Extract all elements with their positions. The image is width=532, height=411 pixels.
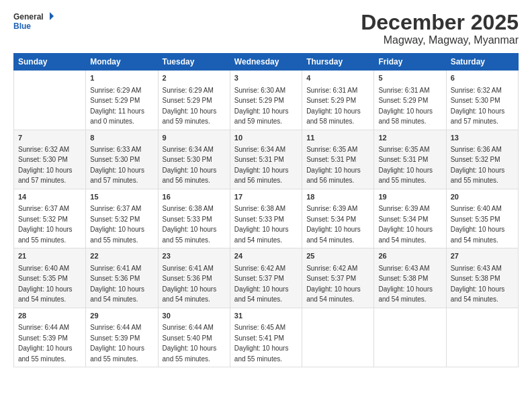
page: General Blue December 2025 Magway, Magwa… bbox=[0, 0, 532, 411]
calendar-cell: 9 Sunrise: 6:34 AMSunset: 5:30 PMDayligh… bbox=[158, 130, 230, 189]
calendar-cell: 17 Sunrise: 6:38 AMSunset: 5:33 PMDaylig… bbox=[230, 189, 302, 248]
main-title: December 2025 bbox=[361, 11, 519, 34]
calendar-cell: 10 Sunrise: 6:34 AMSunset: 5:31 PMDaylig… bbox=[230, 130, 302, 189]
day-info: Sunrise: 6:43 AMSunset: 5:38 PMDaylight:… bbox=[378, 265, 433, 304]
calendar-cell: 29 Sunrise: 6:44 AMSunset: 5:39 PMDaylig… bbox=[86, 308, 158, 367]
week-row-2: 7 Sunrise: 6:32 AMSunset: 5:30 PMDayligh… bbox=[14, 130, 519, 189]
calendar-cell: 26 Sunrise: 6:43 AMSunset: 5:38 PMDaylig… bbox=[374, 248, 446, 308]
day-info: Sunrise: 6:45 AMSunset: 5:41 PMDaylight:… bbox=[234, 324, 289, 363]
header-day-monday: Monday bbox=[86, 54, 158, 71]
day-number: 16 bbox=[163, 192, 226, 202]
calendar-cell: 31 Sunrise: 6:45 AMSunset: 5:41 PMDaylig… bbox=[230, 308, 302, 367]
header-day-tuesday: Tuesday bbox=[158, 54, 230, 71]
day-info: Sunrise: 6:32 AMSunset: 5:30 PMDaylight:… bbox=[18, 146, 73, 185]
week-row-4: 21 Sunrise: 6:40 AMSunset: 5:35 PMDaylig… bbox=[14, 248, 519, 308]
day-number: 17 bbox=[234, 192, 298, 202]
day-number: 27 bbox=[451, 251, 514, 261]
day-info: Sunrise: 6:34 AMSunset: 5:30 PMDaylight:… bbox=[163, 146, 217, 185]
day-number: 13 bbox=[451, 133, 514, 143]
day-info: Sunrise: 6:37 AMSunset: 5:32 PMDaylight:… bbox=[18, 205, 73, 244]
calendar-cell bbox=[14, 71, 86, 130]
logo: General Blue bbox=[13, 11, 54, 32]
day-number: 9 bbox=[163, 133, 226, 143]
logo-svg: General Blue bbox=[13, 11, 54, 32]
calendar-cell: 8 Sunrise: 6:33 AMSunset: 5:30 PMDayligh… bbox=[86, 130, 158, 189]
day-number: 14 bbox=[18, 192, 81, 202]
day-info: Sunrise: 6:44 AMSunset: 5:40 PMDaylight:… bbox=[163, 324, 217, 363]
calendar-cell: 24 Sunrise: 6:42 AMSunset: 5:37 PMDaylig… bbox=[230, 248, 302, 308]
week-row-1: 1 Sunrise: 6:29 AMSunset: 5:29 PMDayligh… bbox=[14, 71, 519, 130]
calendar-cell: 21 Sunrise: 6:40 AMSunset: 5:35 PMDaylig… bbox=[14, 248, 86, 308]
day-info: Sunrise: 6:35 AMSunset: 5:31 PMDaylight:… bbox=[378, 146, 433, 185]
calendar-cell bbox=[374, 308, 446, 367]
calendar-cell: 14 Sunrise: 6:37 AMSunset: 5:32 PMDaylig… bbox=[14, 189, 86, 248]
day-number: 28 bbox=[18, 311, 81, 321]
day-number: 20 bbox=[451, 192, 514, 202]
day-number: 21 bbox=[18, 251, 81, 261]
day-number: 15 bbox=[90, 192, 153, 202]
calendar-cell bbox=[446, 308, 518, 367]
day-number: 22 bbox=[90, 251, 153, 261]
sub-title: Magway, Magway, Myanmar bbox=[361, 34, 519, 46]
header: General Blue December 2025 Magway, Magwa… bbox=[13, 11, 519, 46]
day-info: Sunrise: 6:41 AMSunset: 5:36 PMDaylight:… bbox=[90, 265, 144, 304]
week-row-3: 14 Sunrise: 6:37 AMSunset: 5:32 PMDaylig… bbox=[14, 189, 519, 248]
day-info: Sunrise: 6:30 AMSunset: 5:29 PMDaylight:… bbox=[234, 87, 289, 126]
day-number: 30 bbox=[163, 311, 226, 321]
day-number: 12 bbox=[378, 133, 441, 143]
day-info: Sunrise: 6:32 AMSunset: 5:30 PMDaylight:… bbox=[451, 87, 505, 126]
day-number: 25 bbox=[306, 251, 369, 261]
day-number: 19 bbox=[378, 192, 441, 202]
day-info: Sunrise: 6:42 AMSunset: 5:37 PMDaylight:… bbox=[234, 265, 289, 304]
day-info: Sunrise: 6:41 AMSunset: 5:36 PMDaylight:… bbox=[163, 265, 217, 304]
day-info: Sunrise: 6:38 AMSunset: 5:33 PMDaylight:… bbox=[234, 205, 289, 244]
day-number: 2 bbox=[163, 73, 226, 83]
day-info: Sunrise: 6:40 AMSunset: 5:35 PMDaylight:… bbox=[451, 205, 505, 244]
calendar-cell: 12 Sunrise: 6:35 AMSunset: 5:31 PMDaylig… bbox=[374, 130, 446, 189]
day-number: 7 bbox=[18, 133, 81, 143]
calendar-cell: 5 Sunrise: 6:31 AMSunset: 5:29 PMDayligh… bbox=[374, 71, 446, 130]
day-number: 10 bbox=[234, 133, 298, 143]
svg-text:General: General bbox=[13, 12, 44, 21]
day-number: 6 bbox=[451, 73, 514, 83]
header-day-sunday: Sunday bbox=[14, 54, 86, 71]
day-info: Sunrise: 6:31 AMSunset: 5:29 PMDaylight:… bbox=[306, 87, 361, 126]
calendar-cell: 3 Sunrise: 6:30 AMSunset: 5:29 PMDayligh… bbox=[230, 71, 302, 130]
calendar-cell: 1 Sunrise: 6:29 AMSunset: 5:29 PMDayligh… bbox=[86, 71, 158, 130]
day-info: Sunrise: 6:39 AMSunset: 5:34 PMDaylight:… bbox=[306, 205, 361, 244]
day-info: Sunrise: 6:40 AMSunset: 5:35 PMDaylight:… bbox=[18, 265, 73, 304]
week-row-5: 28 Sunrise: 6:44 AMSunset: 5:39 PMDaylig… bbox=[14, 308, 519, 367]
day-info: Sunrise: 6:38 AMSunset: 5:33 PMDaylight:… bbox=[163, 205, 217, 244]
calendar-cell bbox=[302, 308, 374, 367]
header-day-saturday: Saturday bbox=[446, 54, 518, 71]
day-info: Sunrise: 6:44 AMSunset: 5:39 PMDaylight:… bbox=[18, 324, 73, 363]
day-info: Sunrise: 6:34 AMSunset: 5:31 PMDaylight:… bbox=[234, 146, 289, 185]
day-info: Sunrise: 6:43 AMSunset: 5:38 PMDaylight:… bbox=[451, 265, 505, 304]
day-number: 1 bbox=[90, 73, 153, 83]
day-info: Sunrise: 6:35 AMSunset: 5:31 PMDaylight:… bbox=[306, 146, 361, 185]
svg-text:Blue: Blue bbox=[13, 21, 31, 31]
day-number: 26 bbox=[378, 251, 441, 261]
header-day-friday: Friday bbox=[374, 54, 446, 71]
calendar-cell: 15 Sunrise: 6:37 AMSunset: 5:32 PMDaylig… bbox=[86, 189, 158, 248]
title-block: December 2025 Magway, Magway, Myanmar bbox=[361, 11, 519, 46]
calendar-cell: 11 Sunrise: 6:35 AMSunset: 5:31 PMDaylig… bbox=[302, 130, 374, 189]
header-day-thursday: Thursday bbox=[302, 54, 374, 71]
day-info: Sunrise: 6:42 AMSunset: 5:37 PMDaylight:… bbox=[306, 265, 361, 304]
calendar-cell: 7 Sunrise: 6:32 AMSunset: 5:30 PMDayligh… bbox=[14, 130, 86, 189]
day-info: Sunrise: 6:31 AMSunset: 5:29 PMDaylight:… bbox=[378, 87, 433, 126]
day-info: Sunrise: 6:37 AMSunset: 5:32 PMDaylight:… bbox=[90, 205, 144, 244]
calendar-cell: 23 Sunrise: 6:41 AMSunset: 5:36 PMDaylig… bbox=[158, 248, 230, 308]
day-number: 23 bbox=[163, 251, 226, 261]
calendar-header-row: SundayMondayTuesdayWednesdayThursdayFrid… bbox=[14, 54, 519, 71]
day-info: Sunrise: 6:29 AMSunset: 5:29 PMDaylight:… bbox=[90, 87, 144, 126]
calendar-cell: 2 Sunrise: 6:29 AMSunset: 5:29 PMDayligh… bbox=[158, 71, 230, 130]
calendar-cell: 30 Sunrise: 6:44 AMSunset: 5:40 PMDaylig… bbox=[158, 308, 230, 367]
svg-marker-2 bbox=[50, 12, 54, 20]
day-info: Sunrise: 6:44 AMSunset: 5:39 PMDaylight:… bbox=[90, 324, 144, 363]
day-number: 8 bbox=[90, 133, 153, 143]
day-number: 29 bbox=[90, 311, 153, 321]
calendar-cell: 19 Sunrise: 6:39 AMSunset: 5:34 PMDaylig… bbox=[374, 189, 446, 248]
calendar-cell: 27 Sunrise: 6:43 AMSunset: 5:38 PMDaylig… bbox=[446, 248, 518, 308]
calendar-cell: 25 Sunrise: 6:42 AMSunset: 5:37 PMDaylig… bbox=[302, 248, 374, 308]
